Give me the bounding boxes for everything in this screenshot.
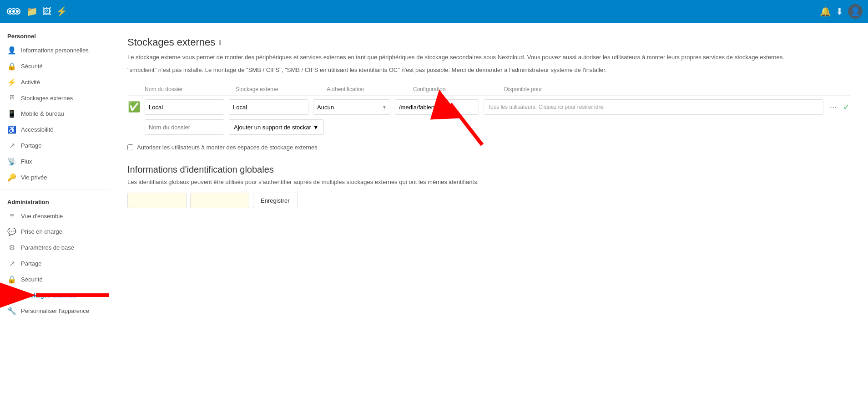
sidebar-item-security[interactable]: 🔒 Sécurité	[0, 58, 109, 74]
sidebar-item-basic-settings[interactable]: ⚙ Paramètres de base	[0, 240, 109, 256]
files-icon[interactable]: 📁	[26, 6, 38, 17]
support-icon: 💬	[7, 227, 16, 236]
sidebar-divider	[0, 189, 109, 189]
nextcloud-logo[interactable]	[5, 3, 22, 20]
sidebar-item-overview[interactable]: ≡ Vue d'ensemble	[0, 208, 109, 224]
sidebar-arrow-wrapper: 🖥 Stockages externes	[0, 287, 109, 303]
sidebar-item-mobile-desktop[interactable]: 📱 Mobile & bureau	[0, 106, 109, 122]
allow-users-checkbox[interactable]	[127, 144, 133, 150]
sidebar-item-appearance[interactable]: 🔧 Personnaliser l'apparence	[0, 303, 109, 319]
col-header-auth: Authentification	[327, 86, 409, 92]
sidebar-item-activity[interactable]: ⚡ Activité	[0, 74, 109, 90]
svg-point-7	[12, 10, 15, 13]
sidebar-item-accessibility[interactable]: ♿ Accessibilité	[0, 122, 109, 138]
sidebar-item-sharing-personal[interactable]: ↗ Partage	[0, 138, 109, 154]
notifications-icon[interactable]: 🔔	[820, 6, 831, 17]
activity-icon[interactable]: ⚡	[56, 6, 67, 17]
storage-row-wrapper: ✅ Local Local Aucun /media/fabien Tous l…	[127, 99, 850, 115]
sidebar-item-personal-info[interactable]: 👤 Informations personnelles	[0, 42, 109, 58]
appearance-icon: 🔧	[7, 307, 16, 315]
person-icon: 👤	[7, 46, 16, 55]
lightning-icon: ⚡	[7, 78, 16, 87]
settings-icon: ⚙	[7, 243, 16, 252]
accessibility-icon: ♿	[7, 125, 16, 134]
user-menu-icon[interactable]: 👤	[848, 4, 863, 19]
page-title: Stockages externes ℹ	[127, 36, 850, 48]
allow-users-label: Autoriser les utilisateurs à monter des …	[137, 144, 318, 151]
external-storage-icon: 🖥	[7, 94, 16, 102]
status-ok-icon: ✅	[127, 101, 140, 113]
svg-point-8	[16, 10, 19, 13]
global-credentials-title: Informations d'identification globales	[127, 164, 850, 175]
storage-type-input[interactable]: Local	[229, 99, 308, 115]
auth-select-wrapper[interactable]: Aucun	[313, 99, 390, 115]
table-header: Nom du dossier Stockage externe Authenti…	[127, 83, 850, 96]
col-header-storage: Stockage externe	[236, 86, 322, 92]
col-header-config: Configuration	[413, 86, 500, 92]
photos-icon[interactable]: 🖼	[42, 6, 51, 17]
info-icon[interactable]: ℹ	[219, 39, 221, 46]
sidebar: Personnel 👤 Informations personnelles 🔒 …	[0, 23, 109, 394]
sidebar-item-support[interactable]: 💬 Prise en charge	[0, 224, 109, 240]
red-arrow-sidebar	[31, 288, 109, 302]
warning-text: "smbclient" n'est pas installé. Le monta…	[127, 66, 850, 75]
sidebar-item-sharing-admin[interactable]: ↗ Partage	[0, 256, 109, 271]
downloads-icon[interactable]: ⬇	[836, 6, 843, 17]
red-arrow-config	[437, 95, 491, 149]
more-options-button[interactable]: ···	[828, 102, 838, 112]
col-header-folder: Nom du dossier	[145, 86, 231, 92]
dropdown-arrow-icon: ▼	[313, 124, 319, 131]
lock-icon: 🔒	[7, 62, 16, 71]
available-field[interactable]: Tous les utilisateurs. Cliquez ici pour …	[484, 99, 823, 115]
overview-icon: ≡	[7, 212, 16, 220]
topbar-left: 📁 🖼 ⚡	[5, 3, 67, 20]
save-button[interactable]: Enregistrer	[253, 193, 298, 208]
mobile-icon: 📱	[7, 109, 16, 118]
auth-select[interactable]: Aucun	[313, 99, 390, 115]
col-header-available: Disponible pour	[504, 86, 850, 92]
confirm-button[interactable]: ✓	[843, 102, 850, 112]
topbar: 📁 🖼 ⚡ 🔔 ⬇ 👤	[0, 0, 868, 23]
share-admin-icon: ↗	[7, 259, 16, 268]
share-icon: ↗	[7, 141, 16, 150]
add-storage-button[interactable]: Ajouter un support de stockar ▼	[229, 119, 324, 135]
admin-section-title: Administration	[0, 193, 109, 208]
new-folder-input[interactable]	[145, 119, 224, 135]
add-storage-wrapper: Ajouter un support de stockar ▼	[229, 119, 324, 135]
svg-point-6	[9, 10, 11, 13]
topbar-right: 🔔 ⬇ 👤	[820, 4, 863, 19]
flux-icon: 📡	[7, 157, 16, 166]
global-credentials-desc: Les identifiants globaux peuvent être ut…	[127, 179, 850, 185]
folder-name-input[interactable]: Local	[145, 99, 224, 115]
sidebar-item-security-admin[interactable]: 🔒 Sécurité	[0, 271, 109, 287]
sidebar-item-external-storage-personal[interactable]: 🖥 Stockages externes	[0, 90, 109, 106]
credentials-row: Enregistrer	[127, 193, 850, 208]
page-description: Le stockage externe vous permet de monte…	[127, 53, 850, 62]
svg-line-12	[450, 104, 482, 145]
external-storage-admin-icon: 🖥	[7, 291, 16, 299]
username-input[interactable]	[127, 193, 187, 208]
app-layout: Personnel 👤 Informations personnelles 🔒 …	[0, 23, 868, 394]
main-content: Stockages externes ℹ Le stockage externe…	[109, 23, 868, 394]
lock-admin-icon: 🔒	[7, 275, 16, 284]
sidebar-item-flux[interactable]: 📡 Flux	[0, 154, 109, 169]
personal-section-title: Personnel	[0, 27, 109, 42]
password-input[interactable]	[190, 193, 249, 208]
sidebar-item-privacy[interactable]: 🔑 Vie privée	[0, 169, 109, 185]
key-icon: 🔑	[7, 173, 16, 182]
